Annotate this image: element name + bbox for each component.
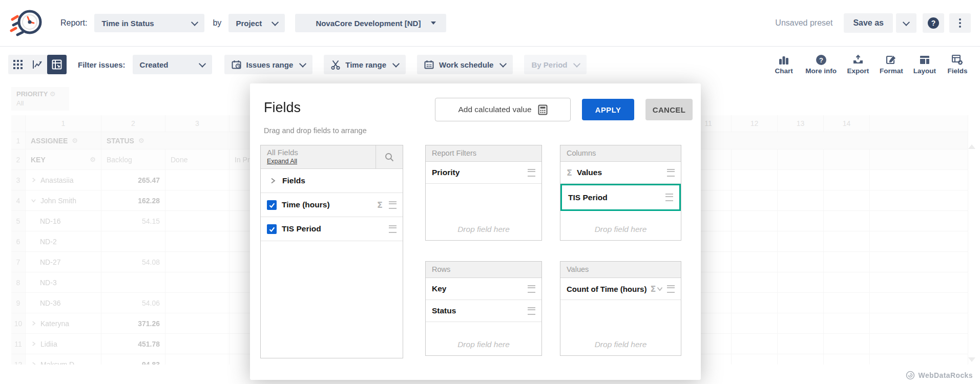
column-field-tis-period-selected[interactable]: TIS Period	[562, 185, 679, 209]
chevron-down-icon[interactable]	[31, 198, 36, 203]
gear-icon[interactable]: ⚙	[138, 137, 144, 144]
column-filler	[870, 334, 968, 354]
chevron-right-icon[interactable]	[31, 361, 36, 365]
chevron-right-icon[interactable]	[31, 321, 36, 326]
fields-tree-item[interactable]: Fields	[261, 169, 403, 193]
issue-key-label[interactable]: ND-3	[26, 272, 101, 293]
status-column-label[interactable]: Backlog	[101, 150, 165, 170]
group-row-label[interactable]: Maksym D	[26, 354, 101, 365]
triangle-down-icon	[431, 22, 436, 25]
empty-cell	[732, 313, 778, 334]
gear-icon[interactable]: ⚙	[50, 90, 56, 98]
assignee-header-cell[interactable]: ASSIGNEE⚙	[26, 132, 101, 150]
more-options-button[interactable]	[949, 13, 971, 33]
empty-cell	[165, 272, 230, 293]
format-action-button[interactable]: Format	[880, 54, 903, 75]
drop-zone-placeholder[interactable]: Drop field here	[560, 340, 681, 349]
column-number-header[interactable]: 1	[26, 115, 101, 132]
issue-key-label[interactable]: ND-27	[26, 252, 101, 272]
checkbox-checked[interactable]	[267, 224, 277, 234]
backlog-value-cell: 451.78	[101, 334, 165, 354]
save-as-button[interactable]: Save as	[844, 13, 893, 33]
field-search-button[interactable]	[376, 145, 403, 168]
help-button[interactable]: ?	[923, 13, 944, 33]
gear-icon[interactable]: ⚙	[72, 137, 78, 144]
save-as-dropdown-button[interactable]	[896, 13, 916, 33]
chevron-down-icon	[198, 60, 205, 68]
apply-button[interactable]: APPLY	[582, 99, 634, 120]
issue-key-label[interactable]: ND-2	[26, 231, 101, 252]
drop-zone-placeholder[interactable]: Drop field here	[426, 340, 541, 349]
column-number-header[interactable]: 2	[101, 115, 165, 132]
column-number-header[interactable]: 13	[778, 115, 824, 132]
column-field-values[interactable]: Σ Values	[560, 162, 681, 184]
key-header-cell[interactable]: KEY⚙	[26, 150, 101, 170]
time-range-select[interactable]: Time range	[324, 55, 406, 74]
aggregation-selector[interactable]: Σ	[650, 284, 663, 294]
backlog-value-cell	[101, 231, 165, 252]
row-label-text: John Smith	[40, 197, 76, 205]
value-field-count-time-hours[interactable]: Count of Time (hours) Σ	[560, 278, 681, 300]
scrollbar-down-arrow[interactable]	[968, 357, 975, 362]
pivot-view-button-active[interactable]	[47, 55, 67, 74]
drop-zone-placeholder[interactable]: Drop field here	[426, 225, 541, 234]
fields-action-button[interactable]: Fields	[946, 54, 969, 75]
row-field-status[interactable]: Status	[426, 300, 541, 322]
work-schedule-select[interactable]: Work schedule	[417, 55, 513, 74]
drag-handle-icon[interactable]	[528, 285, 535, 293]
scrollbar-up-arrow[interactable]	[968, 144, 975, 149]
drag-handle-icon[interactable]	[665, 194, 673, 201]
field-item-tis-period[interactable]: TIS Period	[261, 217, 403, 241]
issue-key-label[interactable]: ND-16	[26, 211, 101, 231]
export-action-button[interactable]: Export	[847, 54, 869, 75]
group-row-label[interactable]: Kateryna	[26, 313, 101, 334]
empty-cell	[165, 252, 230, 272]
more-info-action-button[interactable]: ? More info	[805, 54, 837, 75]
group-row-label[interactable]: John Smith	[26, 190, 101, 211]
column-number-header[interactable]: 3	[165, 115, 230, 132]
webdatarocks-watermark[interactable]: WebDataRocks	[906, 371, 973, 380]
drag-handle-icon[interactable]	[389, 201, 397, 209]
drag-handle-icon[interactable]	[389, 225, 397, 233]
group-row-label[interactable]: Anastasiia	[26, 170, 101, 190]
chart-action-button[interactable]: Chart	[773, 54, 795, 75]
drag-handle-icon[interactable]	[528, 307, 535, 315]
drop-zone-placeholder[interactable]: Drop field here	[560, 225, 681, 234]
chevron-right-icon[interactable]	[270, 177, 276, 184]
column-number-header[interactable]: 12	[732, 115, 778, 132]
empty-cell	[732, 211, 778, 231]
chart-view-button[interactable]	[28, 55, 47, 74]
filter-field-priority[interactable]: Priority	[426, 162, 541, 184]
add-calculated-value-button[interactable]: Add calculated value	[435, 98, 571, 121]
chevron-right-icon[interactable]	[31, 177, 36, 183]
grid-view-button[interactable]	[8, 55, 28, 74]
rows-header: Rows	[426, 262, 541, 278]
layout-action-button[interactable]: Layout	[913, 54, 936, 75]
webdatarocks-label: WebDataRocks	[919, 371, 973, 379]
group-row-label[interactable]: Lidiia	[26, 334, 101, 354]
issues-range-select[interactable]: Issues range	[224, 55, 313, 74]
expand-all-link[interactable]: Expand All	[267, 158, 297, 165]
cancel-button[interactable]: CANCEL	[645, 99, 693, 120]
row-number: 4	[11, 190, 26, 211]
group-by-select[interactable]: Project	[228, 14, 285, 32]
issue-key-label[interactable]: ND-36	[26, 293, 101, 313]
chevron-right-icon[interactable]	[31, 341, 36, 347]
filter-created-select[interactable]: Created	[133, 55, 212, 74]
priority-filter-tile[interactable]: PRIORITY ⚙ All	[11, 87, 69, 111]
field-item-time-hours[interactable]: Time (hours) Σ	[261, 193, 403, 217]
drag-handle-icon[interactable]	[528, 169, 535, 177]
drag-handle-icon[interactable]	[667, 169, 675, 177]
status-column-label[interactable]: Done	[165, 150, 230, 170]
empty-cell	[778, 170, 824, 190]
drag-handle-icon[interactable]	[667, 285, 675, 293]
row-number: 12	[11, 354, 26, 365]
checkbox-checked[interactable]	[267, 200, 277, 210]
gear-icon[interactable]: ⚙	[90, 156, 96, 163]
row-field-key[interactable]: Key	[426, 278, 541, 300]
empty-cell	[824, 231, 870, 252]
project-select[interactable]: NovaCore Development [ND]	[295, 14, 446, 32]
column-number-header[interactable]: 14	[824, 115, 870, 132]
report-type-select[interactable]: Time in Status	[94, 14, 204, 32]
sigma-icon[interactable]: Σ	[377, 200, 383, 210]
